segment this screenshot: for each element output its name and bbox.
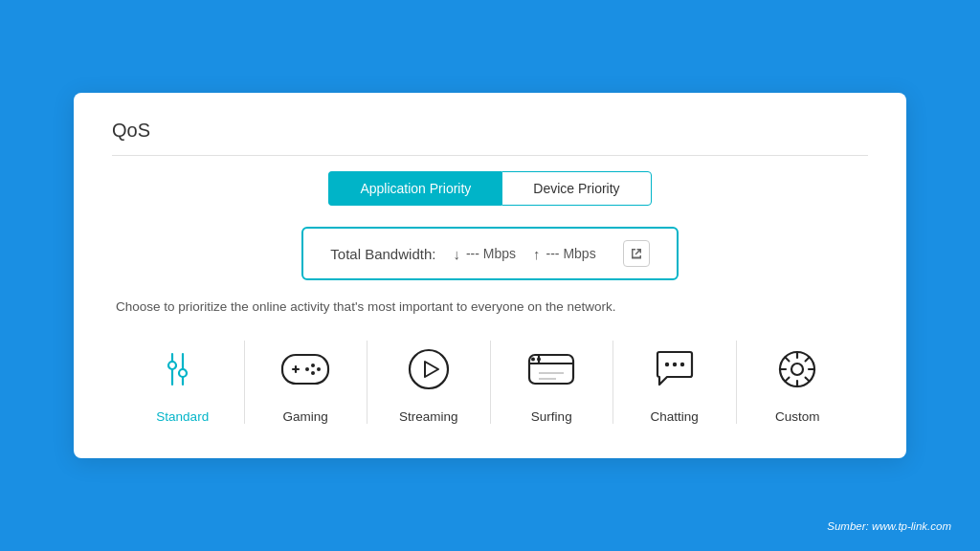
icon-item-chatting[interactable]: Chatting <box>612 341 736 424</box>
svg-point-11 <box>410 350 448 388</box>
icon-item-streaming[interactable]: Streaming <box>367 341 490 424</box>
svg-point-7 <box>311 364 315 367</box>
svg-point-20 <box>665 363 669 366</box>
icon-item-custom[interactable]: Custom <box>736 341 859 424</box>
svg-point-24 <box>791 364 803 375</box>
svg-point-17 <box>537 358 541 362</box>
svg-line-32 <box>786 378 790 382</box>
main-card: QoS Application Priority Device Priority… <box>74 93 906 458</box>
chatting-icon <box>646 341 703 398</box>
download-arrow: ↓ <box>453 246 460 262</box>
gaming-icon <box>277 341 334 398</box>
streaming-label: Streaming <box>399 409 458 424</box>
tabs-row: Application Priority Device Priority <box>112 171 868 206</box>
surfing-label: Surfing <box>531 409 572 424</box>
download-bandwidth: ↓ --- Mbps <box>453 246 516 262</box>
svg-point-22 <box>680 363 684 366</box>
gaming-label: Gaming <box>283 409 328 424</box>
upload-value: --- Mbps <box>546 246 596 261</box>
upload-arrow: ↑ <box>533 246 541 262</box>
icon-item-surfing[interactable]: Surfing <box>490 341 613 424</box>
svg-line-29 <box>786 358 790 362</box>
upload-bandwidth: ↑ --- Mbps <box>533 246 596 262</box>
svg-point-21 <box>673 363 677 366</box>
bandwidth-label: Total Bandwidth: <box>330 246 435 262</box>
external-link-button[interactable] <box>623 240 650 267</box>
tab-device-priority[interactable]: Device Priority <box>501 171 651 206</box>
source-credit: Sumber: www.tp-link.com <box>827 520 951 532</box>
svg-point-16 <box>531 358 535 362</box>
svg-marker-12 <box>425 362 438 377</box>
custom-icon <box>768 341 826 398</box>
svg-point-9 <box>311 371 315 375</box>
custom-label: Custom <box>775 409 820 424</box>
standard-icon <box>154 341 212 398</box>
svg-line-31 <box>806 358 810 362</box>
tab-application-priority[interactable]: Application Priority <box>328 171 501 206</box>
bandwidth-row: Total Bandwidth: ↓ --- Mbps ↑ --- Mbps <box>112 227 868 280</box>
svg-point-8 <box>317 367 321 371</box>
svg-line-30 <box>806 378 810 382</box>
svg-point-3 <box>179 369 187 377</box>
page-title: QoS <box>112 120 868 156</box>
bandwidth-box: Total Bandwidth: ↓ --- Mbps ↑ --- Mbps <box>301 227 678 280</box>
icons-row: Standard Gaming <box>112 341 868 424</box>
streaming-icon <box>400 341 457 398</box>
surfing-icon <box>523 341 580 398</box>
svg-point-10 <box>305 367 309 371</box>
standard-label: Standard <box>156 409 209 424</box>
icon-item-standard[interactable]: Standard <box>122 341 244 424</box>
svg-point-2 <box>168 362 176 369</box>
chatting-label: Chatting <box>651 409 699 424</box>
description-text: Choose to prioritize the online activity… <box>112 299 868 314</box>
icon-item-gaming[interactable]: Gaming <box>244 341 368 424</box>
download-value: --- Mbps <box>466 246 516 261</box>
